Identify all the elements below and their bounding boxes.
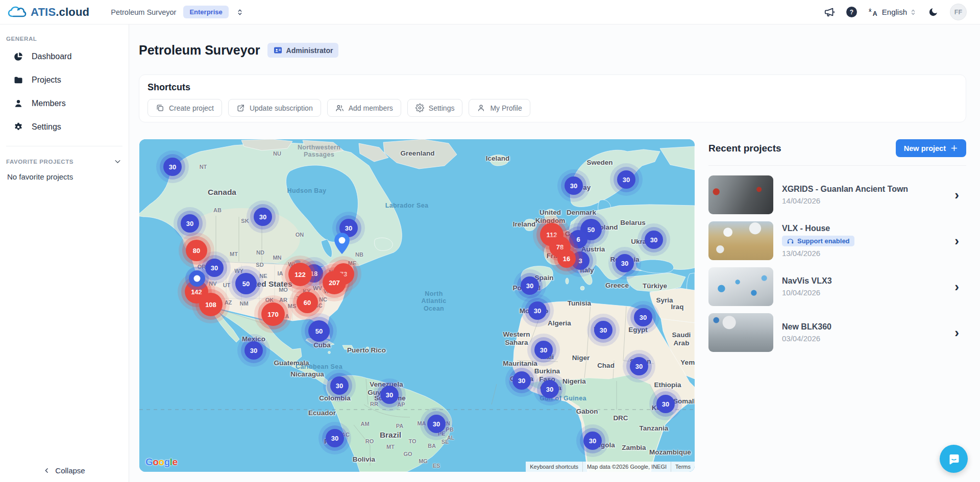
google-logo[interactable]: Google bbox=[145, 456, 177, 468]
sidebar-item-projects[interactable]: Projects bbox=[0, 68, 129, 92]
map-cluster-marker[interactable]: 122 bbox=[288, 263, 312, 286]
dark-mode-icon[interactable] bbox=[927, 7, 939, 18]
chevron-updown-icon bbox=[236, 8, 244, 16]
map-cluster-marker[interactable]: 30 bbox=[244, 341, 263, 360]
gear-icon bbox=[13, 122, 23, 132]
map-cluster-marker[interactable]: 6 bbox=[569, 230, 587, 248]
settings-button[interactable]: Settings bbox=[407, 99, 463, 117]
language-selector[interactable]: ẋ A English bbox=[868, 7, 916, 17]
top-header: ATIS.cloud Petroleum Surveyor Enterprise… bbox=[0, 0, 980, 24]
translate-icon: ẋ A bbox=[868, 7, 879, 17]
create-project-icon bbox=[156, 104, 164, 112]
map-cluster-marker[interactable]: 30 bbox=[330, 376, 349, 395]
update-subscription-button[interactable]: Update subscription bbox=[228, 99, 321, 117]
project-title: NavVis VLX3 bbox=[782, 276, 946, 286]
sidebar-item-dashboard[interactable]: Dashboard bbox=[0, 45, 129, 68]
favorites-label: FAVORITE PROJECTS bbox=[6, 159, 74, 165]
map-pin-marker[interactable] bbox=[334, 233, 350, 256]
map-cluster-marker[interactable]: 80 bbox=[186, 240, 207, 261]
sidebar-item-label: Projects bbox=[32, 75, 61, 85]
shortcut-button-label: My Profile bbox=[490, 104, 522, 112]
new-project-label: New project bbox=[904, 144, 946, 153]
add-members-button[interactable]: Add members bbox=[327, 99, 401, 117]
map-cluster-marker[interactable]: 30 bbox=[634, 308, 652, 326]
project-date: 14/04/2026 bbox=[782, 196, 946, 205]
map-cluster-marker[interactable]: 30 bbox=[616, 254, 634, 272]
help-icon[interactable]: ? bbox=[846, 7, 857, 17]
shortcuts-title: Shortcuts bbox=[148, 82, 958, 93]
map-cluster-marker[interactable]: 30 bbox=[656, 395, 675, 413]
map-cluster-marker[interactable]: 30 bbox=[512, 371, 531, 390]
map-cluster-marker[interactable]: 30 bbox=[254, 208, 272, 226]
create-project-button[interactable]: Create project bbox=[148, 99, 222, 117]
map-cluster-marker[interactable]: 108 bbox=[199, 293, 223, 316]
chevron-right-icon: › bbox=[954, 280, 963, 293]
sidebar-item-settings[interactable]: Settings bbox=[0, 115, 129, 139]
project-row-vlx-house[interactable]: VLX - HouseSupport enabled13/04/2026› bbox=[708, 218, 966, 264]
announcements-icon[interactable] bbox=[824, 7, 835, 18]
headphones-icon bbox=[787, 237, 794, 245]
map-cluster-marker[interactable]: 207 bbox=[323, 271, 346, 294]
map-cluster-marker[interactable]: 30 bbox=[541, 380, 559, 398]
project-row-xgrids-guanlan-ancient-town[interactable]: XGRIDS - Guanlan Ancient Town14/04/2026› bbox=[708, 172, 966, 218]
map-cluster-marker[interactable]: 30 bbox=[380, 386, 399, 404]
map-cluster-marker[interactable]: 30 bbox=[163, 158, 182, 176]
project-title: New BLK360 bbox=[782, 322, 946, 332]
project-info: NavVis VLX310/04/2026 bbox=[782, 276, 946, 297]
pie-chart-icon bbox=[13, 52, 23, 62]
sidebar-item-members[interactable]: Members bbox=[0, 92, 129, 115]
shortcut-button-label: Settings bbox=[429, 104, 455, 112]
project-date: 10/04/2026 bbox=[782, 288, 946, 297]
language-label: English bbox=[882, 8, 907, 16]
map-terrain bbox=[139, 139, 695, 472]
map-cluster-marker[interactable]: 30 bbox=[528, 301, 547, 320]
map-cluster-marker[interactable]: 30 bbox=[594, 321, 612, 339]
map-cluster-marker[interactable]: 30 bbox=[534, 341, 553, 359]
map-cluster-marker[interactable]: 170 bbox=[261, 302, 285, 326]
project-row-navvis-vlx3[interactable]: NavVis VLX310/04/2026› bbox=[708, 264, 966, 310]
new-project-button[interactable]: New project bbox=[896, 139, 966, 157]
map-cluster-marker[interactable]: 50 bbox=[235, 273, 257, 294]
sidebar-section-general: GENERAL bbox=[0, 24, 129, 45]
sidebar-item-label: Members bbox=[32, 99, 66, 108]
brand-logo[interactable]: ATIS.cloud bbox=[0, 6, 89, 19]
recent-divider bbox=[708, 165, 966, 166]
project-date: 03/04/2026 bbox=[782, 334, 946, 343]
workspace-selector[interactable] bbox=[236, 8, 244, 16]
recent-projects-title: Recent projects bbox=[708, 143, 781, 154]
cloud-logo-icon bbox=[7, 6, 27, 19]
map-cluster-marker[interactable]: 30 bbox=[617, 170, 635, 189]
support-badge-label: Support enabled bbox=[797, 237, 850, 245]
map-cluster-marker[interactable]: 30 bbox=[181, 214, 199, 233]
map-cluster-marker[interactable]: 30 bbox=[205, 259, 224, 277]
map-cluster-marker[interactable]: 30 bbox=[521, 276, 539, 295]
chevron-right-icon: › bbox=[954, 234, 963, 247]
my-profile-button[interactable]: My Profile bbox=[469, 99, 530, 117]
map-cluster-marker[interactable]: 30 bbox=[565, 176, 583, 195]
map-dot-marker[interactable] bbox=[189, 270, 205, 287]
terms-link[interactable]: Terms bbox=[671, 462, 695, 472]
map-cluster-marker[interactable]: 50 bbox=[308, 320, 330, 342]
map-cluster-marker[interactable]: 30 bbox=[645, 231, 663, 249]
keyboard-shortcuts-link[interactable]: Keyboard shortcuts bbox=[526, 462, 582, 472]
map-cluster-marker[interactable]: 30 bbox=[583, 432, 602, 450]
person-icon bbox=[13, 98, 23, 109]
world-map[interactable]: CanadaUnited StatesBrazilGreenlandIcelan… bbox=[139, 139, 695, 472]
map-cluster-marker[interactable]: 16 bbox=[557, 249, 576, 268]
avatar[interactable]: FF bbox=[950, 4, 967, 20]
map-cluster-marker[interactable]: 30 bbox=[326, 429, 344, 447]
chat-launcher-button[interactable] bbox=[940, 445, 968, 473]
shortcuts-card: Shortcuts Create projectUpdate subscript… bbox=[139, 74, 966, 122]
sidebar-section-favorites[interactable]: FAVORITE PROJECTS bbox=[0, 146, 129, 168]
chevron-left-icon bbox=[43, 467, 50, 474]
map-cluster-marker[interactable]: 30 bbox=[630, 357, 648, 375]
map-cluster-marker[interactable]: 30 bbox=[427, 415, 446, 433]
project-info: VLX - HouseSupport enabled13/04/2026 bbox=[782, 224, 946, 258]
chevron-updown-icon bbox=[910, 9, 916, 16]
project-row-new-blk360[interactable]: New BLK36003/04/2026› bbox=[708, 310, 966, 356]
role-badge: Administrator bbox=[267, 43, 339, 58]
favorites-empty-text: No favorite projects bbox=[0, 168, 129, 181]
map-cluster-marker[interactable]: 60 bbox=[297, 292, 318, 313]
plan-badge: Enterprise bbox=[183, 6, 228, 18]
collapse-button[interactable]: Collapse bbox=[0, 466, 129, 475]
